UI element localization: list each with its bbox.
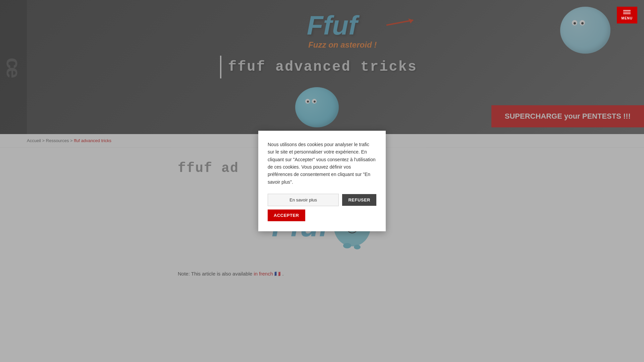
menu-label: MENU bbox=[622, 16, 633, 20]
accept-button[interactable]: ACCEPTER bbox=[268, 209, 305, 221]
hamburger-line-1 bbox=[623, 10, 631, 11]
cookie-body-text: Nous utilisons des cookies pour analyser… bbox=[268, 141, 376, 186]
cookie-modal-actions: En savoir plus REFUSER ACCEPTER bbox=[268, 194, 376, 221]
learn-more-button[interactable]: En savoir plus bbox=[268, 194, 339, 206]
hamburger-line-3 bbox=[623, 13, 631, 14]
menu-button[interactable]: MENU bbox=[617, 7, 637, 23]
cookie-modal: Nous utilisons des cookies pour analyser… bbox=[258, 131, 386, 231]
hamburger-line-2 bbox=[623, 12, 631, 12]
modal-overlay: Nous utilisons des cookies pour analyser… bbox=[0, 0, 644, 291]
refuse-button[interactable]: REFUSER bbox=[342, 194, 376, 206]
